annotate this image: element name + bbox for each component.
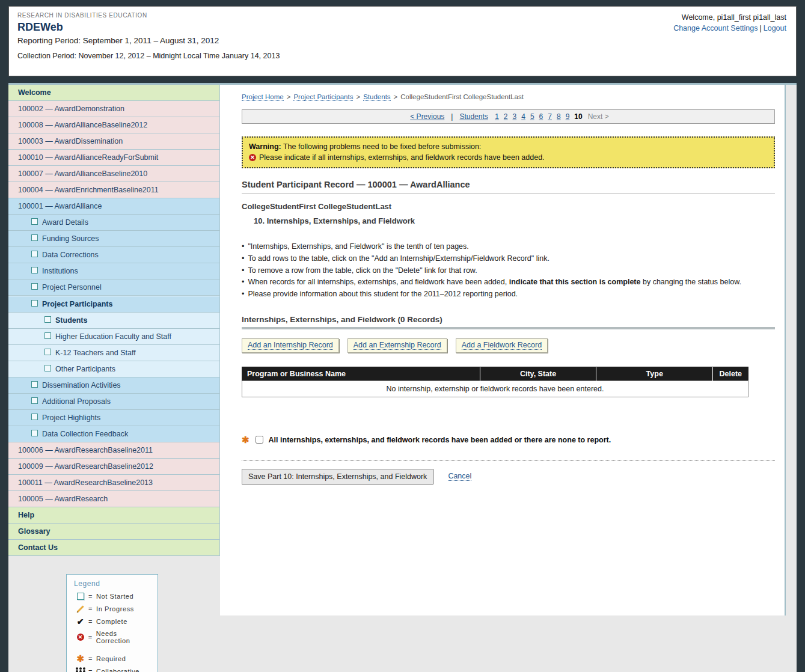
- account-area: Welcome, pi1all_first pi1all_last Change…: [673, 13, 786, 32]
- breadcrumb-students-link[interactable]: Students: [363, 93, 390, 101]
- not-started-icon: [74, 593, 87, 600]
- page-link-8[interactable]: 8: [557, 112, 561, 121]
- warning-intro-line: Warning: The following problems need to …: [249, 142, 768, 151]
- legend-item-collaborative: = Collaborative: [74, 667, 153, 672]
- legend-label: Collaborative: [96, 668, 139, 672]
- sidebar-item-award-100007[interactable]: 100007 — AwardAllianceBaseline2010: [8, 166, 219, 182]
- sidebar-item-data-corrections[interactable]: Data Corrections: [8, 247, 219, 263]
- add-internship-record-button[interactable]: Add an Internship Record: [242, 338, 339, 353]
- sidebar-item-institutions[interactable]: Institutions: [8, 263, 219, 279]
- change-account-settings-link[interactable]: Change Account Settings: [673, 24, 758, 32]
- legend-item-complete: ✔ = Complete: [74, 618, 153, 625]
- sidebar-item-glossary[interactable]: Glossary: [8, 524, 219, 540]
- content-panel: Project Home>Project Participants>Studen…: [220, 85, 786, 615]
- error-icon: ✕: [74, 634, 87, 641]
- column-header-program: Program or Business Name: [242, 367, 480, 380]
- page-link-3[interactable]: 3: [513, 112, 517, 121]
- legend-item-not-started: = Not Started: [74, 593, 153, 600]
- legend-item-required: ✱ = Required: [74, 655, 153, 662]
- breadcrumb-current: CollegeStudentFirst CollegeStudentLast: [400, 93, 524, 100]
- sidebar-item-award-100004[interactable]: 100004 — AwardEnrichmentBaseline2011: [8, 182, 219, 198]
- save-part-10-button[interactable]: Save Part 10: Internships, Externships, …: [242, 469, 433, 484]
- sidebar-item-award-100010[interactable]: 100010 — AwardAllianceReadyForSubmit: [8, 150, 219, 166]
- org-name: RESEARCH IN DISABILITIES EDUCATION: [17, 12, 788, 19]
- previous-page-link[interactable]: < Previous: [410, 112, 444, 121]
- instruction-item: •When records for all internships, exter…: [242, 276, 775, 289]
- page-link-7[interactable]: 7: [548, 112, 552, 121]
- records-table-header-row: Program or Business Name City, State Typ…: [242, 367, 748, 380]
- page-link-2[interactable]: 2: [504, 112, 508, 121]
- people-icon: [74, 667, 87, 672]
- sidebar-item-award-100006[interactable]: 100006 — AwardResearchBaseline2011: [8, 442, 219, 459]
- sidebar-item-award-100009[interactable]: 100009 — AwardResearchBaseline2012: [8, 459, 219, 475]
- sidebar-item-welcome[interactable]: Welcome: [8, 85, 219, 101]
- not-started-icon: [31, 251, 38, 257]
- sidebar-item-other-participants[interactable]: Other Participants: [8, 361, 219, 377]
- sidebar-item-award-100001[interactable]: 100001 — AwardAlliance: [8, 198, 219, 215]
- column-header-type: Type: [596, 367, 713, 380]
- sidebar-item-contact-us[interactable]: Contact Us: [8, 540, 219, 556]
- completion-checkbox[interactable]: [256, 436, 263, 444]
- page-link-6[interactable]: 6: [539, 112, 543, 121]
- sidebar-item-award-100005[interactable]: 100005 — AwardResearch: [8, 491, 219, 507]
- empty-records-message: No internship, externship or fieldwork r…: [242, 380, 748, 397]
- not-started-icon: [31, 267, 38, 273]
- completion-status-row: ✱ All internships, externships, and fiel…: [242, 436, 775, 444]
- page-link-4[interactable]: 4: [521, 112, 525, 121]
- not-started-icon: [44, 349, 51, 355]
- add-externship-record-button[interactable]: Add an Externship Record: [347, 338, 447, 353]
- empty-records-row: No internship, externship or fieldwork r…: [242, 380, 748, 397]
- legend-item-in-progress: = In Progress: [74, 605, 153, 613]
- not-started-icon: [31, 414, 38, 420]
- page-link-5[interactable]: 5: [530, 112, 534, 121]
- not-started-icon: [31, 283, 38, 290]
- sidebar-item-award-details[interactable]: Award Details: [8, 215, 219, 231]
- add-fieldwork-record-button[interactable]: Add a Fieldwork Record: [456, 338, 548, 353]
- page-body: Welcome 100002 — AwardDemonstration 1000…: [8, 83, 797, 672]
- not-started-icon: [44, 365, 51, 371]
- sidebar-item-award-100002[interactable]: 100002 — AwardDemonstration: [8, 101, 219, 117]
- instruction-item: •To add rows to the table, click on the …: [242, 253, 775, 265]
- sidebar-item-help[interactable]: Help: [8, 507, 219, 524]
- breadcrumb-project-participants-link[interactable]: Project Participants: [293, 93, 353, 101]
- sidebar-item-higher-ed-faculty-staff[interactable]: Higher Education Faculty and Staff: [8, 329, 219, 345]
- sidebar-item-award-100003[interactable]: 100003 — AwardDissemination: [8, 133, 219, 150]
- sidebar-item-k12-teachers-staff[interactable]: K-12 Teachers and Staff: [8, 345, 219, 361]
- sidebar-item-award-100011[interactable]: 100011 — AwardResearchBaseline2013: [8, 475, 219, 491]
- legend: Legend = Not Started = In Progress: [66, 574, 158, 672]
- browser-viewport: RESEARCH IN DISABILITIES EDUCATION RDEWe…: [0, 0, 805, 672]
- page-link-9[interactable]: 9: [566, 112, 570, 121]
- students-page-link[interactable]: Students: [459, 112, 488, 121]
- sidebar-item-award-100008[interactable]: 100008 — AwardAllianceBaseline2012: [8, 117, 219, 133]
- error-icon: ✕: [249, 154, 256, 161]
- asterisk-icon: ✱: [74, 655, 87, 662]
- column-header-city-state: City, State: [480, 367, 596, 380]
- cancel-link[interactable]: Cancel: [448, 472, 471, 481]
- page-link-1[interactable]: 1: [495, 112, 499, 121]
- page-title: Student Participant Record — 100001 — Aw…: [242, 180, 775, 194]
- not-started-icon: [44, 316, 51, 323]
- form-actions: Save Part 10: Internships, Externships, …: [242, 469, 775, 484]
- sidebar-item-project-personnel[interactable]: Project Personnel: [8, 279, 219, 296]
- sidebar-item-data-collection-feedback[interactable]: Data Collection Feedback: [8, 426, 219, 442]
- page-wrapper: RESEARCH IN DISABILITIES EDUCATION RDEWe…: [8, 6, 797, 672]
- pencil-icon: [74, 605, 87, 613]
- sidebar-item-dissemination-activities[interactable]: Dissemination Activities: [8, 377, 219, 394]
- sidebar-item-additional-proposals[interactable]: Additional Proposals: [8, 394, 219, 410]
- next-page-link-disabled: Next >: [588, 112, 609, 121]
- sidebar-item-students[interactable]: Students: [8, 313, 219, 329]
- sidebar-menu: Welcome 100002 — AwardDemonstration 1000…: [8, 85, 220, 556]
- warning-title: Warning:: [249, 142, 281, 151]
- welcome-user-text: Welcome, pi1all_first pi1all_last: [673, 13, 786, 22]
- not-started-icon: [31, 397, 38, 404]
- reporting-period: Reporting Period: September 1, 2011 – Au…: [17, 36, 788, 45]
- breadcrumb: Project Home>Project Participants>Studen…: [242, 93, 775, 100]
- breadcrumb-project-home-link[interactable]: Project Home: [242, 93, 284, 101]
- not-started-icon: [31, 234, 38, 241]
- current-page-indicator: 10: [574, 112, 582, 121]
- account-links: Change Account Settings|Logout: [673, 24, 786, 32]
- sidebar-item-funding-sources[interactable]: Funding Sources: [8, 231, 219, 247]
- logout-link[interactable]: Logout: [764, 24, 786, 32]
- sidebar-item-project-participants[interactable]: Project Participants: [8, 296, 219, 313]
- sidebar-item-project-highlights[interactable]: Project Highlights: [8, 410, 219, 426]
